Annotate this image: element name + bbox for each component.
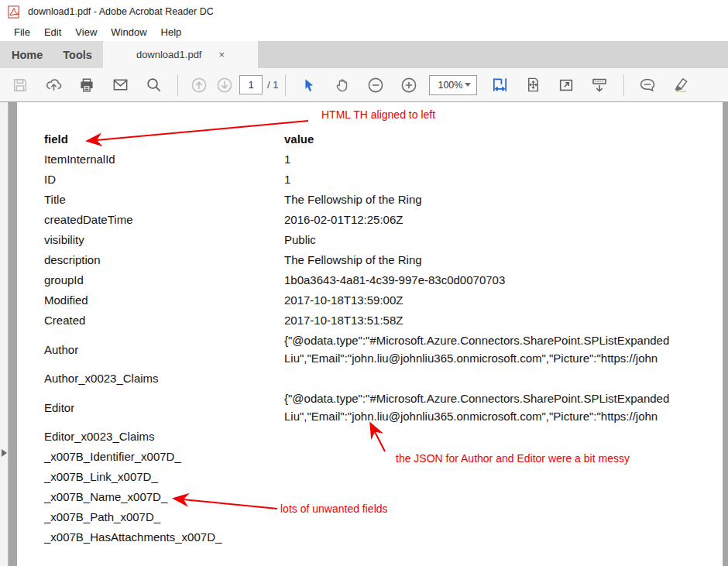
field-cell: description bbox=[44, 250, 284, 270]
field-cell: Title bbox=[44, 190, 284, 210]
chevron-down-icon bbox=[465, 83, 471, 87]
table-row: Author{"@odata.type":"#Microsoft.Azure.C… bbox=[44, 331, 723, 369]
value-cell: 1 bbox=[284, 170, 723, 190]
zoom-page-level-icon bbox=[524, 76, 542, 94]
fit-width-icon bbox=[491, 76, 509, 94]
hand-tool-button[interactable] bbox=[329, 73, 355, 98]
value-cell: The Fellowship of the Ring bbox=[284, 250, 723, 270]
comment-button[interactable] bbox=[634, 73, 661, 98]
hand-tool-icon bbox=[334, 77, 351, 94]
navigation-pane-toggle-icon[interactable] bbox=[2, 449, 7, 457]
next-page-button[interactable] bbox=[214, 73, 235, 98]
table-row: ItemInternalId1 bbox=[44, 149, 723, 170]
menu-file[interactable]: File bbox=[7, 25, 37, 39]
pdf-page: field value ItemInternalId1ID1TitleThe F… bbox=[17, 102, 723, 566]
document-area: field value ItemInternalId1ID1TitleThe F… bbox=[0, 102, 728, 566]
value-cell: 1 bbox=[284, 149, 723, 170]
field-cell: groupId bbox=[44, 270, 284, 290]
email-button[interactable] bbox=[107, 73, 133, 98]
pdf-table: field value ItemInternalId1ID1TitleThe F… bbox=[44, 129, 723, 547]
annotation-json-messy: the JSON for Author and Editor were a bi… bbox=[396, 452, 630, 465]
field-cell: _x007B_HasAttachments_x007D_ bbox=[44, 527, 284, 547]
zoom-level-select[interactable]: 100% bbox=[429, 75, 477, 95]
field-cell: Created bbox=[44, 310, 284, 331]
value-cell: The Fellowship of the Ring bbox=[284, 190, 723, 210]
toolbar-separator bbox=[177, 74, 178, 96]
previous-page-button[interactable] bbox=[188, 73, 210, 98]
document-tab[interactable]: download1.pdf × bbox=[103, 41, 258, 68]
navigation-pane-strip bbox=[0, 102, 9, 566]
table-row: Created2017-10-18T13:51:58Z bbox=[44, 310, 723, 331]
value-cell: {"@odata.type":"#Microsoft.Azure.Connect… bbox=[284, 389, 723, 427]
table-row: groupId1b0a3643-4a81-4c39-997e-83c0d0070… bbox=[44, 270, 723, 290]
fit-width-button[interactable] bbox=[486, 73, 513, 98]
select-tool-button[interactable] bbox=[296, 73, 322, 98]
acrobat-pdf-icon bbox=[8, 5, 21, 19]
field-column-header: field bbox=[44, 129, 284, 149]
page-up-icon bbox=[190, 76, 208, 94]
pdf-table-body: ItemInternalId1ID1TitleThe Fellowship of… bbox=[44, 149, 723, 547]
field-cell: ItemInternalId bbox=[44, 149, 284, 170]
print-button[interactable] bbox=[74, 73, 100, 98]
menu-edit[interactable]: Edit bbox=[37, 25, 68, 39]
field-cell: createdDateTime bbox=[44, 210, 284, 230]
value-cell bbox=[284, 427, 723, 447]
save-button[interactable] bbox=[7, 73, 33, 98]
table-row: descriptionThe Fellowship of the Ring bbox=[44, 250, 723, 270]
table-row: TitleThe Fellowship of the Ring bbox=[44, 190, 723, 210]
comment-icon bbox=[638, 76, 657, 94]
value-cell bbox=[284, 527, 723, 547]
page-count-label: / 1 bbox=[267, 79, 278, 91]
cloud-upload-icon bbox=[45, 76, 63, 94]
acrobat-window: download1.pdf - Adobe Acrobat Reader DC … bbox=[0, 0, 728, 566]
value-cell: 2017-10-18T13:59:00Z bbox=[284, 290, 723, 310]
page-number-input[interactable] bbox=[239, 75, 263, 94]
table-row: createdDateTime2016-02-01T12:25:06Z bbox=[44, 210, 723, 230]
toolbar-separator bbox=[285, 74, 286, 96]
save-icon bbox=[12, 77, 29, 94]
value-cell: 1b0a3643-4a81-4c39-997e-83c0d0070703 bbox=[284, 270, 723, 290]
tab-tools[interactable]: Tools bbox=[63, 49, 92, 61]
search-icon bbox=[145, 76, 163, 94]
find-button[interactable] bbox=[140, 73, 167, 98]
email-icon bbox=[112, 76, 129, 94]
table-row: visibilityPublic bbox=[44, 230, 723, 250]
fullscreen-button[interactable] bbox=[553, 73, 579, 98]
zoom-out-button[interactable] bbox=[362, 73, 389, 98]
table-row: Modified2017-10-18T13:59:00Z bbox=[44, 290, 723, 310]
field-cell: Author_x0023_Claims bbox=[44, 369, 284, 389]
field-cell: _x007B_Path_x007D_ bbox=[44, 507, 284, 527]
menu-help[interactable]: Help bbox=[154, 25, 189, 39]
zoom-page-level-button[interactable] bbox=[520, 73, 546, 98]
menu-window[interactable]: Window bbox=[104, 25, 153, 39]
annotation-unwanted-fields: lots of unwanted fields bbox=[280, 503, 388, 515]
field-cell: Editor bbox=[44, 389, 284, 427]
table-row: Author_x0023_Claims bbox=[44, 369, 723, 389]
annotation-th-aligned: HTML TH aligned to left bbox=[321, 108, 435, 121]
close-tab-icon[interactable]: × bbox=[218, 50, 225, 60]
select-pointer-icon bbox=[300, 77, 318, 94]
table-row: _x007B_Link_x007D_ bbox=[44, 467, 723, 487]
zoom-level-value: 100% bbox=[438, 80, 462, 91]
zoom-in-icon bbox=[400, 76, 418, 94]
share-cloud-button[interactable] bbox=[40, 73, 67, 98]
field-cell: _x007B_Identifier_x007D_ bbox=[44, 447, 284, 467]
read-mode-button[interactable] bbox=[586, 73, 613, 98]
value-cell: Public bbox=[284, 230, 723, 250]
value-column-header: value bbox=[284, 129, 723, 149]
field-cell: Editor_x0023_Claims bbox=[44, 427, 284, 447]
page-down-icon bbox=[215, 76, 234, 94]
value-cell bbox=[284, 369, 723, 389]
value-cell: {"@odata.type":"#Microsoft.Azure.Connect… bbox=[284, 331, 723, 369]
zoom-out-icon bbox=[366, 76, 385, 94]
zoom-in-button[interactable] bbox=[396, 73, 422, 98]
window-title: download1.pdf - Adobe Acrobat Reader DC bbox=[28, 6, 214, 17]
title-bar: download1.pdf - Adobe Acrobat Reader DC bbox=[0, 0, 728, 23]
field-cell: ID bbox=[44, 170, 284, 190]
highlight-button[interactable] bbox=[668, 73, 694, 98]
print-icon bbox=[78, 77, 95, 94]
main-toolbar: / 1 100% bbox=[0, 68, 728, 102]
menu-view[interactable]: View bbox=[68, 25, 104, 39]
tab-home[interactable]: Home bbox=[12, 49, 43, 61]
field-cell: visibility bbox=[44, 230, 284, 250]
